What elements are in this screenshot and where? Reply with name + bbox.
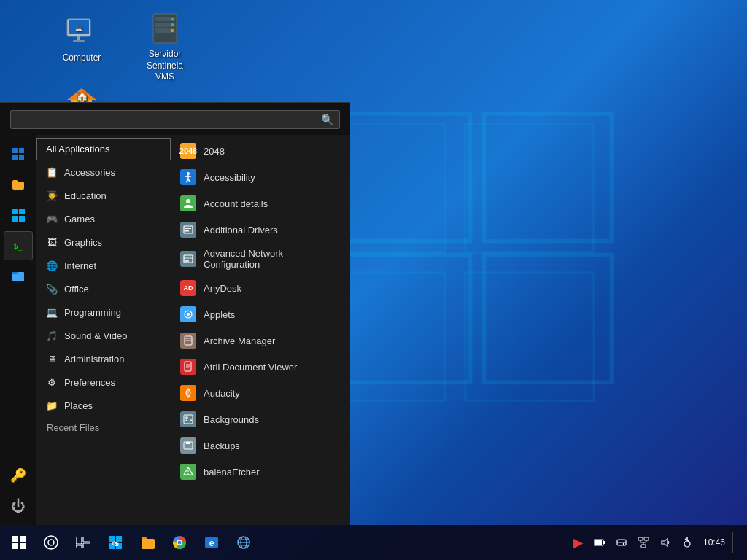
menu-body: $_ 🔑 ⏻ All Applications 📋 (0, 135, 350, 525)
svg-rect-35 (19, 216, 25, 222)
cat-administration-label: Administration (64, 354, 124, 365)
categories-panel: All Applications 📋 Accessories 👨‍🎓 Educa… (36, 135, 171, 525)
app-account-details-label: Account details (204, 198, 268, 209)
cat-accessories-icon: 📋 (45, 166, 58, 179)
cat-places-icon: 📁 (45, 399, 58, 412)
svg-rect-96 (595, 540, 602, 545)
svg-rect-64 (186, 442, 190, 444)
cat-internet-label: Internet (64, 260, 96, 271)
left-icon-files[interactable] (4, 262, 33, 291)
cat-games-label: Games (64, 214, 95, 225)
cat-games-icon: 🎮 (45, 212, 58, 225)
cat-recent-files-label: Recent Files (47, 422, 99, 433)
desktop-icon-servidor[interactable]: Servidor Sentinela VMS (136, 11, 194, 83)
cat-games[interactable]: 🎮 Games (36, 207, 171, 230)
cat-programming[interactable]: 💻 Programming (36, 300, 171, 324)
start-menu: 🔍 $_ (0, 102, 350, 525)
app-audacity[interactable]: Audacity (171, 380, 350, 406)
app-atril[interactable]: Atril Document Viewer (171, 354, 350, 380)
cortana-button[interactable] (35, 526, 67, 559)
cat-places[interactable]: 📁 Places (36, 394, 171, 417)
cat-internet[interactable]: 🌐 Internet (36, 254, 171, 277)
power-plugged-icon[interactable] (677, 532, 697, 553)
taskbar: 🛍 e (0, 525, 747, 560)
cat-programming-label: Programming (64, 307, 121, 318)
network-tray-icon[interactable] (633, 532, 654, 553)
search-input[interactable] (17, 114, 321, 125)
chrome-button[interactable] (163, 526, 196, 559)
files-button[interactable] (131, 526, 163, 559)
volume-tray-icon[interactable] (655, 532, 676, 553)
app-applets[interactable]: Applets (171, 301, 350, 327)
start-button[interactable] (3, 526, 35, 559)
left-icon-key[interactable]: 🔑 (4, 461, 33, 490)
app-atril-label: Atril Document Viewer (204, 362, 297, 373)
search-bar: 🔍 (0, 103, 350, 135)
app-additional-drivers[interactable]: Additional Drivers (171, 217, 350, 243)
app-advanced-network[interactable]: Advanced Network Configuration (171, 243, 350, 275)
cat-all-apps[interactable]: All Applications (36, 138, 171, 160)
cat-education[interactable]: 👨‍🎓 Education (36, 184, 171, 207)
computer-icon: 💻 (64, 15, 99, 50)
svg-rect-56 (185, 362, 191, 371)
app-accessibility[interactable]: Accessibility (171, 164, 350, 190)
app-atril-icon (180, 359, 196, 375)
svg-rect-68 (12, 536, 18, 542)
app-accessibility-icon (180, 169, 196, 185)
taskbar-clock[interactable]: 10:46 (699, 537, 729, 549)
cat-administration-icon: 🖥 (45, 352, 58, 365)
task-view-button[interactable] (67, 526, 99, 559)
network-browser-button[interactable] (228, 526, 260, 559)
svg-rect-77 (76, 545, 82, 548)
svg-rect-45 (185, 228, 191, 229)
svg-line-42 (188, 179, 190, 182)
app-backups[interactable]: Backups (171, 432, 350, 459)
svg-point-62 (185, 416, 188, 419)
battery-tray-icon[interactable] (589, 532, 610, 553)
left-icon-terminal[interactable]: $_ (4, 231, 33, 260)
app-additional-drivers-icon (180, 222, 196, 238)
cat-preferences[interactable]: ⚙ Preferences (36, 370, 171, 394)
desktop: 💻 Computer Servidor Sentinela VMS (0, 0, 747, 560)
svg-rect-101 (644, 537, 649, 540)
show-desktop-button[interactable] (732, 532, 738, 553)
svg-point-50 (187, 260, 189, 262)
store-button[interactable]: 🛍 (99, 526, 131, 559)
app-anydesk[interactable]: AD AnyDesk (171, 275, 350, 301)
cat-sound-video[interactable]: 🎵 Sound & Video (36, 324, 171, 347)
app-2048[interactable]: 2048 2048 (171, 138, 350, 164)
left-icon-folder[interactable] (4, 170, 33, 199)
svg-rect-76 (83, 543, 90, 548)
desktop-icon-computer[interactable]: 💻 Computer (53, 15, 111, 64)
cat-office[interactable]: 📎 Office (36, 277, 171, 300)
svg-point-38 (187, 172, 190, 175)
svg-rect-10 (343, 255, 471, 383)
cat-graphics[interactable]: 🖼 Graphics (36, 230, 171, 254)
anydesk-tray-icon[interactable]: ▶ (568, 532, 588, 553)
left-icon-power[interactable]: ⏻ (4, 491, 33, 521)
left-icon-windows[interactable] (4, 201, 33, 230)
app-balena-etcher[interactable]: balenaEtcher (171, 459, 350, 485)
search-icon[interactable]: 🔍 (321, 114, 333, 125)
cat-accessories[interactable]: 📋 Accessories (36, 160, 171, 184)
app-backgrounds[interactable]: Backgrounds (171, 406, 350, 432)
cat-sound-video-icon: 🎵 (45, 329, 58, 342)
app-account-details[interactable]: Account details (171, 190, 350, 217)
svg-point-49 (185, 260, 187, 262)
svg-rect-8 (343, 114, 471, 241)
left-icons-panel: $_ 🔑 ⏻ (0, 135, 36, 525)
app-2048-icon: 2048 (180, 143, 196, 159)
apps-panel: 2048 2048 Accessibility Account details (171, 135, 350, 525)
app-applets-label: Applets (204, 309, 235, 320)
hdd-tray-icon[interactable] (611, 532, 632, 553)
app-account-details-icon (180, 195, 196, 211)
left-icon-spreadsheet[interactable] (4, 139, 33, 168)
cat-administration[interactable]: 🖥 Administration (36, 347, 171, 370)
cat-programming-icon: 💻 (45, 306, 58, 319)
edge-button[interactable]: e (196, 526, 228, 559)
app-archive-manager[interactable]: Archive Manager (171, 327, 350, 354)
cat-recent-files[interactable]: Recent Files (36, 417, 171, 438)
search-wrapper: 🔍 (10, 110, 340, 129)
system-tray: ▶ (568, 532, 744, 553)
svg-rect-100 (638, 537, 643, 540)
